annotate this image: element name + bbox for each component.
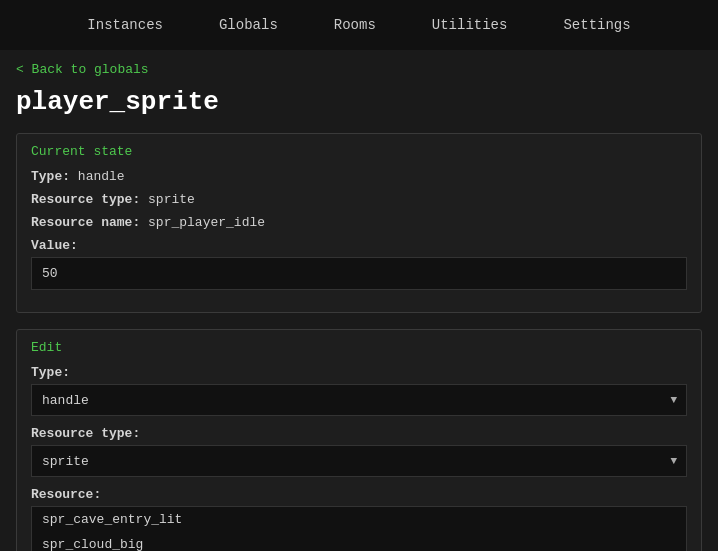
type-row: Type: handle bbox=[31, 169, 687, 184]
edit-resource-type-label: Resource type: bbox=[31, 426, 687, 441]
value-label: Value: bbox=[31, 238, 687, 253]
edit-resource-label: Resource: bbox=[31, 487, 687, 502]
edit-resource-row: Resource: spr_cave_entry_lit spr_cloud_b… bbox=[31, 487, 687, 551]
nav-item-settings[interactable]: Settings bbox=[555, 13, 638, 37]
current-state-title: Current state bbox=[31, 144, 687, 159]
top-navigation: Instances Globals Rooms Utilities Settin… bbox=[0, 0, 718, 50]
type-label: Type: bbox=[31, 169, 70, 184]
nav-item-instances[interactable]: Instances bbox=[79, 13, 171, 37]
edit-section-title: Edit bbox=[31, 340, 687, 355]
value-display: 50 bbox=[31, 257, 687, 290]
resource-name-value-text: spr_player_idle bbox=[148, 215, 265, 230]
list-item[interactable]: spr_cave_entry_lit bbox=[32, 507, 686, 532]
edit-resource-type-select-wrapper: sprite object room sound font ▼ bbox=[31, 445, 687, 477]
edit-type-row: Type: handle real string bool ▼ bbox=[31, 365, 687, 416]
list-item[interactable]: spr_cloud_big bbox=[32, 532, 686, 551]
edit-type-select-wrapper: handle real string bool ▼ bbox=[31, 384, 687, 416]
back-link[interactable]: < Back to globals bbox=[16, 62, 149, 77]
nav-item-globals[interactable]: Globals bbox=[211, 13, 286, 37]
edit-resource-type-select[interactable]: sprite object room sound font bbox=[31, 445, 687, 477]
edit-resource-type-row: Resource type: sprite object room sound … bbox=[31, 426, 687, 477]
page-title: player_sprite bbox=[16, 87, 702, 117]
resource-name-row: Resource name: spr_player_idle bbox=[31, 215, 687, 230]
edit-type-label: Type: bbox=[31, 365, 687, 380]
current-state-section: Current state Type: handle Resource type… bbox=[16, 133, 702, 313]
main-content: < Back to globals player_sprite Current … bbox=[0, 50, 718, 551]
type-value-text: handle bbox=[78, 169, 125, 184]
edit-type-select[interactable]: handle real string bool bbox=[31, 384, 687, 416]
edit-section: Edit Type: handle real string bool ▼ Res… bbox=[16, 329, 702, 551]
resource-type-label: Resource type: bbox=[31, 192, 140, 207]
nav-item-rooms[interactable]: Rooms bbox=[326, 13, 384, 37]
resource-name-label: Resource name: bbox=[31, 215, 140, 230]
value-row: Value: 50 bbox=[31, 238, 687, 290]
resource-list: spr_cave_entry_lit spr_cloud_big bbox=[31, 506, 687, 551]
nav-item-utilities[interactable]: Utilities bbox=[424, 13, 516, 37]
resource-type-row: Resource type: sprite bbox=[31, 192, 687, 207]
resource-type-value-text: sprite bbox=[148, 192, 195, 207]
